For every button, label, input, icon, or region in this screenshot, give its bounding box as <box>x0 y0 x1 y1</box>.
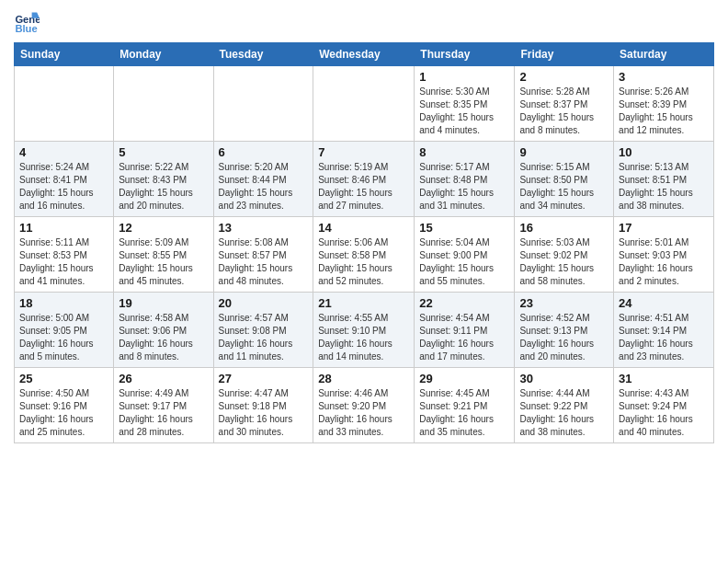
calendar-cell: 30Sunrise: 4:44 AM Sunset: 9:22 PM Dayli… <box>515 368 614 443</box>
day-info: Sunrise: 5:04 AM Sunset: 9:00 PM Dayligh… <box>419 236 509 288</box>
day-number: 21 <box>318 296 409 310</box>
day-info: Sunrise: 5:24 AM Sunset: 8:41 PM Dayligh… <box>19 161 108 213</box>
day-info: Sunrise: 5:22 AM Sunset: 8:43 PM Dayligh… <box>119 161 208 213</box>
calendar-cell <box>313 66 415 142</box>
calendar-cell: 20Sunrise: 4:57 AM Sunset: 9:08 PM Dayli… <box>213 293 313 368</box>
day-number: 20 <box>219 296 309 310</box>
calendar-cell: 22Sunrise: 4:54 AM Sunset: 9:11 PM Dayli… <box>415 293 515 368</box>
day-info: Sunrise: 4:52 AM Sunset: 9:13 PM Dayligh… <box>519 312 609 363</box>
calendar-cell: 13Sunrise: 5:08 AM Sunset: 8:57 PM Dayli… <box>213 217 313 293</box>
day-info: Sunrise: 5:13 AM Sunset: 8:51 PM Dayligh… <box>619 161 709 213</box>
day-info: Sunrise: 5:15 AM Sunset: 8:50 PM Dayligh… <box>519 161 609 213</box>
day-number: 12 <box>119 221 208 235</box>
day-number: 29 <box>419 372 509 385</box>
calendar-cell: 10Sunrise: 5:13 AM Sunset: 8:51 PM Dayli… <box>614 142 714 217</box>
day-number: 28 <box>318 372 409 385</box>
day-info: Sunrise: 5:19 AM Sunset: 8:46 PM Dayligh… <box>318 161 409 213</box>
calendar-header-friday: Friday <box>515 43 614 66</box>
calendar-cell: 11Sunrise: 5:11 AM Sunset: 8:53 PM Dayli… <box>15 217 114 293</box>
day-number: 24 <box>619 296 709 310</box>
calendar-cell <box>114 66 213 142</box>
svg-text:Blue: Blue <box>15 23 37 34</box>
day-number: 3 <box>619 70 709 84</box>
calendar-cell: 15Sunrise: 5:04 AM Sunset: 9:00 PM Dayli… <box>415 217 515 293</box>
calendar-header-sunday: Sunday <box>15 43 114 66</box>
day-info: Sunrise: 5:09 AM Sunset: 8:55 PM Dayligh… <box>119 236 208 288</box>
day-number: 15 <box>419 221 509 235</box>
day-info: Sunrise: 5:28 AM Sunset: 8:37 PM Dayligh… <box>519 86 609 137</box>
calendar-cell: 3Sunrise: 5:26 AM Sunset: 8:39 PM Daylig… <box>614 66 714 142</box>
day-number: 17 <box>619 221 709 235</box>
day-number: 2 <box>519 70 609 84</box>
calendar-cell: 19Sunrise: 4:58 AM Sunset: 9:06 PM Dayli… <box>114 293 213 368</box>
calendar-cell: 16Sunrise: 5:03 AM Sunset: 9:02 PM Dayli… <box>515 217 614 293</box>
day-info: Sunrise: 4:44 AM Sunset: 9:22 PM Dayligh… <box>519 387 609 439</box>
calendar-cell: 27Sunrise: 4:47 AM Sunset: 9:18 PM Dayli… <box>213 368 313 443</box>
day-number: 23 <box>519 296 609 310</box>
calendar-cell: 31Sunrise: 4:43 AM Sunset: 9:24 PM Dayli… <box>614 368 714 443</box>
calendar-cell: 14Sunrise: 5:06 AM Sunset: 8:58 PM Dayli… <box>313 217 415 293</box>
day-number: 8 <box>419 145 509 159</box>
day-number: 25 <box>19 372 108 385</box>
day-number: 16 <box>519 221 609 235</box>
calendar-header-tuesday: Tuesday <box>213 43 313 66</box>
page-header: General Blue <box>14 9 714 35</box>
day-info: Sunrise: 4:43 AM Sunset: 9:24 PM Dayligh… <box>619 387 709 439</box>
day-info: Sunrise: 4:51 AM Sunset: 9:14 PM Dayligh… <box>619 312 709 363</box>
calendar-cell: 17Sunrise: 5:01 AM Sunset: 9:03 PM Dayli… <box>614 217 714 293</box>
day-number: 4 <box>19 145 108 159</box>
day-number: 10 <box>619 145 709 159</box>
calendar-cell: 12Sunrise: 5:09 AM Sunset: 8:55 PM Dayli… <box>114 217 213 293</box>
day-info: Sunrise: 5:11 AM Sunset: 8:53 PM Dayligh… <box>19 236 108 288</box>
calendar-week-row: 18Sunrise: 5:00 AM Sunset: 9:05 PM Dayli… <box>15 293 714 368</box>
page-container: General Blue SundayMondayTuesdayWednesda… <box>0 0 728 453</box>
calendar-header-saturday: Saturday <box>614 43 714 66</box>
day-info: Sunrise: 5:30 AM Sunset: 8:35 PM Dayligh… <box>419 86 509 137</box>
day-info: Sunrise: 5:00 AM Sunset: 9:05 PM Dayligh… <box>19 312 108 363</box>
calendar-cell: 21Sunrise: 4:55 AM Sunset: 9:10 PM Dayli… <box>313 293 415 368</box>
calendar-header-row: SundayMondayTuesdayWednesdayThursdayFrid… <box>15 43 714 66</box>
calendar-table: SundayMondayTuesdayWednesdayThursdayFrid… <box>14 42 714 443</box>
calendar-week-row: 11Sunrise: 5:11 AM Sunset: 8:53 PM Dayli… <box>15 217 714 293</box>
day-number: 27 <box>219 372 309 385</box>
calendar-header-thursday: Thursday <box>415 43 515 66</box>
calendar-header-monday: Monday <box>114 43 213 66</box>
calendar-cell <box>213 66 313 142</box>
calendar-header-wednesday: Wednesday <box>313 43 415 66</box>
day-info: Sunrise: 5:26 AM Sunset: 8:39 PM Dayligh… <box>619 86 709 137</box>
calendar-cell: 24Sunrise: 4:51 AM Sunset: 9:14 PM Dayli… <box>614 293 714 368</box>
calendar-cell: 23Sunrise: 4:52 AM Sunset: 9:13 PM Dayli… <box>515 293 614 368</box>
calendar-cell: 1Sunrise: 5:30 AM Sunset: 8:35 PM Daylig… <box>415 66 515 142</box>
day-info: Sunrise: 4:57 AM Sunset: 9:08 PM Dayligh… <box>219 312 309 363</box>
day-number: 11 <box>19 221 108 235</box>
day-number: 18 <box>19 296 108 310</box>
day-info: Sunrise: 4:50 AM Sunset: 9:16 PM Dayligh… <box>19 387 108 439</box>
calendar-week-row: 25Sunrise: 4:50 AM Sunset: 9:16 PM Dayli… <box>15 368 714 443</box>
day-info: Sunrise: 5:06 AM Sunset: 8:58 PM Dayligh… <box>318 236 409 288</box>
day-info: Sunrise: 4:49 AM Sunset: 9:17 PM Dayligh… <box>119 387 208 439</box>
day-number: 22 <box>419 296 509 310</box>
day-info: Sunrise: 4:54 AM Sunset: 9:11 PM Dayligh… <box>419 312 509 363</box>
day-number: 13 <box>219 221 309 235</box>
calendar-cell: 8Sunrise: 5:17 AM Sunset: 8:48 PM Daylig… <box>415 142 515 217</box>
day-info: Sunrise: 4:47 AM Sunset: 9:18 PM Dayligh… <box>219 387 309 439</box>
logo-icon: General Blue <box>14 9 40 35</box>
calendar-cell: 29Sunrise: 4:45 AM Sunset: 9:21 PM Dayli… <box>415 368 515 443</box>
calendar-cell: 26Sunrise: 4:49 AM Sunset: 9:17 PM Dayli… <box>114 368 213 443</box>
day-number: 7 <box>318 145 409 159</box>
day-info: Sunrise: 4:55 AM Sunset: 9:10 PM Dayligh… <box>318 312 409 363</box>
day-number: 26 <box>119 372 208 385</box>
calendar-cell: 25Sunrise: 4:50 AM Sunset: 9:16 PM Dayli… <box>15 368 114 443</box>
day-info: Sunrise: 5:17 AM Sunset: 8:48 PM Dayligh… <box>419 161 509 213</box>
day-number: 6 <box>219 145 309 159</box>
day-number: 30 <box>519 372 609 385</box>
calendar-cell: 2Sunrise: 5:28 AM Sunset: 8:37 PM Daylig… <box>515 66 614 142</box>
day-info: Sunrise: 5:08 AM Sunset: 8:57 PM Dayligh… <box>219 236 309 288</box>
day-number: 5 <box>119 145 208 159</box>
calendar-body: 1Sunrise: 5:30 AM Sunset: 8:35 PM Daylig… <box>15 66 714 443</box>
calendar-cell: 7Sunrise: 5:19 AM Sunset: 8:46 PM Daylig… <box>313 142 415 217</box>
calendar-cell: 6Sunrise: 5:20 AM Sunset: 8:44 PM Daylig… <box>213 142 313 217</box>
calendar-cell: 5Sunrise: 5:22 AM Sunset: 8:43 PM Daylig… <box>114 142 213 217</box>
calendar-cell: 9Sunrise: 5:15 AM Sunset: 8:50 PM Daylig… <box>515 142 614 217</box>
calendar-cell: 28Sunrise: 4:46 AM Sunset: 9:20 PM Dayli… <box>313 368 415 443</box>
